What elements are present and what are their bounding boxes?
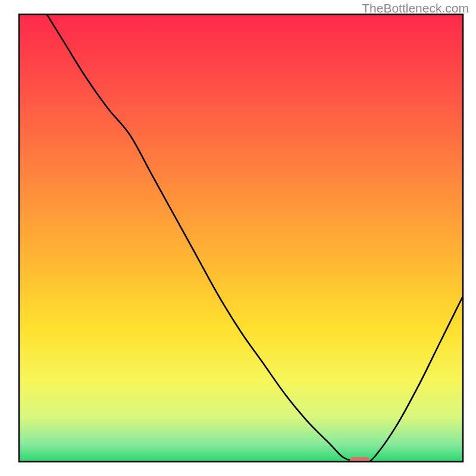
gradient-background	[19, 14, 463, 462]
chart-container: { "watermark": "TheBottleneck.com", "cha…	[0, 0, 476, 476]
optimal-marker	[350, 457, 370, 464]
watermark-text: TheBottleneck.com	[362, 1, 469, 15]
bottleneck-chart	[0, 0, 476, 476]
